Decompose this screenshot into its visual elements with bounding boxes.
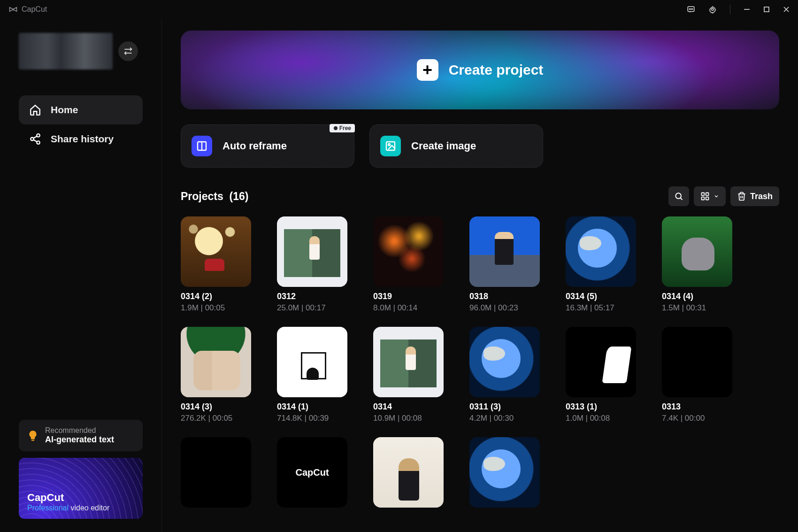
action-label: Create image (411, 140, 476, 152)
action-row: Free Auto reframe Create image (181, 124, 779, 168)
chevron-down-icon (714, 193, 719, 199)
project-thumbnail (373, 216, 444, 287)
project-thumbnail (181, 327, 251, 397)
project-card[interactable]: 03137.4K | 00:00 (662, 327, 732, 423)
projects-title: Projects (16) (181, 190, 248, 203)
project-meta: 96.0M | 00:23 (469, 303, 540, 313)
svg-line-12 (33, 136, 37, 138)
promo-subtitle: Professional video editor (27, 504, 134, 512)
project-card[interactable] (181, 437, 251, 508)
svg-point-1 (689, 9, 690, 10)
project-name: 0314 (5) (566, 292, 636, 301)
project-card[interactable]: 031896.0M | 00:23 (469, 216, 540, 313)
project-card[interactable]: 0313 (1)1.0M | 00:08 (566, 327, 636, 423)
sidebar-item-share-history[interactable]: Share history (19, 124, 143, 154)
project-card[interactable]: CapCut (277, 437, 347, 508)
project-name: 0318 (469, 292, 540, 301)
sidebar: Home Share history Recommended AI-genera… (0, 19, 162, 532)
project-card[interactable]: 031410.9M | 00:08 (373, 327, 444, 423)
project-meta: 25.0M | 00:17 (277, 303, 347, 313)
project-meta: 16.3M | 05:17 (566, 303, 636, 313)
project-thumbnail (277, 327, 347, 397)
search-button[interactable] (668, 186, 689, 206)
window-maximize-button[interactable] (763, 6, 770, 13)
project-meta: 1.9M | 00:05 (181, 303, 251, 313)
project-meta: 1.5M | 00:31 (662, 303, 732, 313)
lightbulb-icon (26, 429, 39, 442)
project-name: 0314 (1) (277, 402, 347, 412)
svg-point-10 (31, 138, 34, 141)
promo-title: CapCut (27, 492, 134, 504)
project-thumbnail (566, 327, 636, 397)
svg-rect-22 (701, 193, 704, 196)
project-card[interactable] (373, 437, 444, 508)
project-card[interactable]: 0314 (3)276.2K | 00:05 (181, 327, 251, 423)
project-card[interactable]: 0314 (1)714.8K | 00:39 (277, 327, 347, 423)
svg-rect-6 (764, 7, 769, 12)
project-card[interactable] (469, 437, 540, 508)
svg-rect-18 (386, 142, 395, 150)
project-thumbnail (373, 327, 444, 397)
project-card[interactable]: 03198.0M | 00:14 (373, 216, 444, 313)
project-meta: 714.8K | 00:39 (277, 414, 347, 423)
settings-icon[interactable] (708, 5, 717, 14)
window-close-button[interactable] (783, 6, 790, 13)
project-meta: 10.9M | 00:08 (373, 414, 444, 423)
auto-reframe-icon (192, 136, 212, 156)
recommended-title: AI-generated text (45, 435, 114, 445)
auto-reframe-card[interactable]: Free Auto reframe (181, 124, 354, 168)
app-name: CapCut (22, 5, 47, 14)
sidebar-item-label: Home (51, 104, 78, 116)
trash-button[interactable]: Trash (730, 186, 779, 206)
project-thumbnail (181, 437, 251, 508)
svg-rect-24 (701, 197, 704, 200)
svg-point-19 (388, 144, 390, 146)
home-icon (29, 104, 41, 116)
sidebar-item-home[interactable]: Home (19, 95, 143, 124)
create-project-hero[interactable]: + Create project (181, 31, 779, 109)
project-card[interactable]: 0311 (3)4.2M | 00:30 (469, 327, 540, 423)
projects-header: Projects (16) Trash (181, 186, 779, 206)
window-minimize-button[interactable] (744, 6, 750, 13)
plus-icon: + (417, 59, 438, 81)
project-card[interactable]: 0314 (4)1.5M | 00:31 (662, 216, 732, 313)
feedback-icon[interactable] (687, 5, 695, 14)
project-name: 0313 (662, 402, 732, 412)
promo-card[interactable]: CapCut Professional video editor (19, 458, 143, 519)
svg-point-3 (692, 9, 693, 10)
project-meta: 8.0M | 00:14 (373, 303, 444, 313)
recommended-eyebrow: Recommended (45, 426, 114, 435)
project-meta: 4.2M | 00:30 (469, 414, 540, 423)
project-card[interactable]: 031225.0M | 00:17 (277, 216, 347, 313)
svg-point-9 (37, 134, 40, 137)
switch-account-button[interactable] (118, 41, 138, 61)
project-card[interactable]: 0314 (2)1.9M | 00:05 (181, 216, 251, 313)
svg-line-21 (681, 198, 683, 200)
profile-area (19, 33, 143, 69)
share-icon (29, 133, 41, 145)
project-thumbnail (181, 216, 251, 287)
project-meta: 276.2K | 00:05 (181, 414, 251, 423)
free-badge: Free (330, 124, 355, 132)
project-thumbnail (566, 216, 636, 287)
projects-grid: 0314 (2)1.9M | 00:05031225.0M | 00:17031… (181, 216, 779, 508)
action-label: Auto reframe (223, 140, 287, 152)
svg-rect-23 (706, 193, 709, 196)
project-thumbnail (277, 216, 347, 287)
recommended-card[interactable]: Recommended AI-generated text (19, 420, 143, 451)
project-card[interactable]: 0314 (5)16.3M | 05:17 (566, 216, 636, 313)
project-thumbnail (373, 437, 444, 508)
project-thumbnail (662, 216, 732, 287)
project-name: 0314 (2) (181, 292, 251, 301)
create-image-card[interactable]: Create image (369, 124, 543, 168)
project-thumbnail (469, 327, 540, 397)
svg-rect-25 (706, 197, 709, 200)
svg-point-15 (333, 126, 337, 130)
trash-icon (737, 192, 746, 201)
project-thumbnail: CapCut (277, 437, 347, 508)
svg-rect-14 (31, 439, 35, 440)
titlebar (0, 0, 798, 19)
create-project-label: Create project (449, 62, 544, 78)
view-toggle-button[interactable] (694, 186, 726, 206)
svg-point-11 (37, 141, 40, 144)
